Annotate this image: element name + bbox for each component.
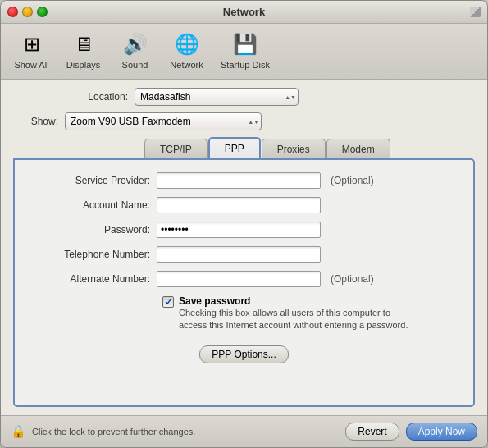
telephone-number-label: Telephone Number: (31, 249, 150, 260)
ppp-options-button[interactable]: PPP Options... (199, 345, 289, 363)
tab-proxies[interactable]: Proxies (262, 139, 326, 158)
show-select[interactable]: Zoom V90 USB Faxmodem (65, 112, 262, 130)
apply-now-button[interactable]: Apply Now (406, 423, 477, 441)
toolbar-item-startup-disk[interactable]: 💾 Startup Disk (216, 29, 275, 72)
toolbar-item-show-all[interactable]: ⊞ Show All (9, 29, 54, 72)
alternate-number-label: Alternate Number: (31, 273, 150, 285)
show-all-icon: ⊞ (19, 31, 45, 57)
maximize-button[interactable] (37, 7, 48, 17)
bottom-buttons: Revert Apply Now (345, 423, 477, 441)
bottom-bar: 🔒 Click the lock to prevent further chan… (1, 415, 487, 447)
toolbar: ⊞ Show All 🖥 Displays 🔊 Sound 🌐 Network … (1, 24, 487, 80)
toolbar-item-network[interactable]: 🌐 Network (164, 29, 209, 72)
telephone-number-input[interactable] (157, 246, 321, 263)
show-select-wrap: Zoom V90 USB Faxmodem (65, 112, 262, 130)
service-provider-row: Service Provider: (Optional) (31, 172, 457, 189)
password-input[interactable] (157, 222, 321, 238)
toolbar-label-show-all: Show All (14, 60, 48, 70)
toolbar-label-network: Network (170, 60, 203, 70)
location-select-wrap: Madasafish (135, 88, 299, 106)
sound-icon: 🔊 (122, 31, 148, 57)
displays-icon: 🖥 (71, 31, 97, 57)
toolbar-item-displays[interactable]: 🖥 Displays (61, 29, 106, 72)
toolbar-label-startup-disk: Startup Disk (221, 60, 270, 70)
toolbar-label-displays: Displays (66, 60, 101, 70)
save-password-description: Checking this box allows all users of th… (179, 307, 417, 332)
close-button[interactable] (7, 7, 18, 17)
account-name-input[interactable] (157, 197, 321, 213)
toolbar-label-sound: Sound (122, 60, 148, 70)
password-label: Password: (31, 224, 150, 235)
content-area: Location: Madasafish Show: Zoom V90 USB … (1, 80, 487, 415)
traffic-lights (7, 7, 48, 17)
toolbar-item-sound[interactable]: 🔊 Sound (112, 29, 157, 72)
tabs-container: TCP/IP PPP Proxies Modem Service Provide… (13, 137, 475, 407)
window-title: Network (223, 6, 265, 18)
lock-text: Click the lock to prevent further change… (32, 427, 339, 437)
revert-button[interactable]: Revert (345, 423, 399, 441)
network-icon: 🌐 (174, 31, 200, 57)
save-password-row: Save password Checking this box allows a… (31, 295, 457, 332)
tab-modem[interactable]: Modem (326, 139, 390, 158)
startup-disk-icon: 💾 (232, 31, 258, 57)
titlebar: Network (1, 1, 487, 24)
ppp-panel: Service Provider: (Optional) Account Nam… (13, 158, 475, 407)
save-password-label: Save password (179, 295, 417, 307)
minimize-button[interactable] (22, 7, 33, 17)
show-row: Show: Zoom V90 USB Faxmodem (13, 112, 475, 130)
telephone-number-row: Telephone Number: (31, 246, 457, 263)
service-provider-optional: (Optional) (331, 175, 374, 186)
ppp-options-row: PPP Options... (31, 345, 457, 363)
alternate-number-input[interactable] (157, 271, 321, 287)
location-row: Location: Madasafish (13, 88, 475, 106)
service-provider-label: Service Provider: (31, 175, 150, 186)
save-password-checkbox[interactable] (162, 296, 174, 308)
account-name-row: Account Name: (31, 197, 457, 213)
alternate-number-optional: (Optional) (331, 273, 374, 285)
alternate-number-row: Alternate Number: (Optional) (31, 271, 457, 287)
tab-tcpip[interactable]: TCP/IP (144, 139, 208, 158)
save-password-content: Save password Checking this box allows a… (179, 295, 417, 332)
location-label: Location: (13, 91, 128, 103)
system-preferences-window: Network ⊞ Show All 🖥 Displays 🔊 Sound 🌐 … (0, 0, 488, 448)
tabs-bar: TCP/IP PPP Proxies Modem (13, 137, 475, 158)
service-provider-input[interactable] (157, 172, 321, 189)
lock-icon[interactable]: 🔒 (11, 424, 25, 439)
location-select[interactable]: Madasafish (135, 88, 299, 106)
password-row: Password: (31, 222, 457, 238)
show-label: Show: (13, 116, 58, 127)
account-name-label: Account Name: (31, 199, 150, 211)
resize-button[interactable] (470, 7, 481, 17)
tab-ppp[interactable]: PPP (208, 137, 261, 158)
